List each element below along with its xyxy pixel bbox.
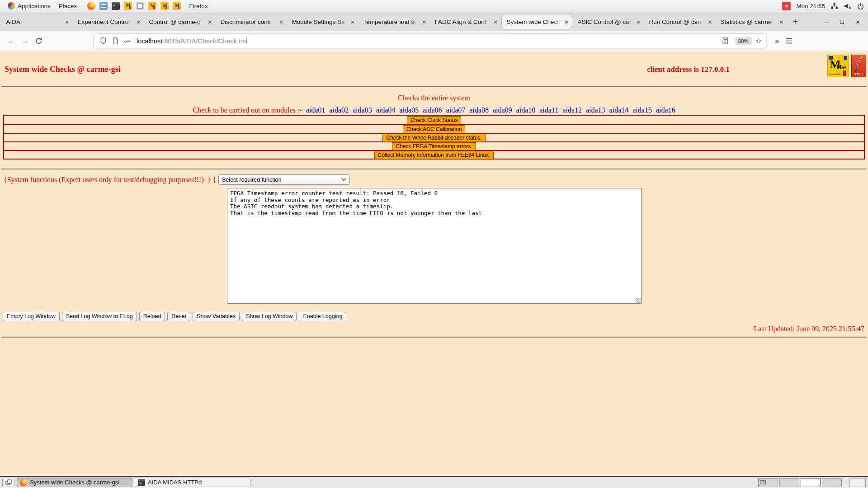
module-name: aida01 xyxy=(306,106,326,114)
module-name: aida02 xyxy=(329,106,349,114)
chevron-down-icon xyxy=(341,178,346,181)
show-desktop-button[interactable] xyxy=(2,478,14,487)
tab-label: System wide Check xyxy=(507,19,563,25)
check-fpga-timestamp-button[interactable]: Check FPGA Timestamp errors. xyxy=(392,142,476,150)
firefox-launcher-icon[interactable] xyxy=(87,2,95,10)
hamburger-menu-icon[interactable] xyxy=(785,37,793,45)
module-name: aida03 xyxy=(353,106,372,114)
notification-icon[interactable]: » xyxy=(782,2,791,10)
tab-close-icon[interactable]: × xyxy=(708,19,712,25)
collect-memory-info-button[interactable]: Collect Memory information from FEE64 Li… xyxy=(374,151,494,159)
maximize-button[interactable] xyxy=(840,20,844,24)
terminal-launcher-icon[interactable] xyxy=(112,2,120,10)
workspace-3-active[interactable] xyxy=(801,478,821,487)
midas-logo-text: idas xyxy=(836,64,846,71)
midas-app-icon[interactable]: M xyxy=(160,2,169,10)
tab-close-icon[interactable]: × xyxy=(208,19,212,25)
tab-close-icon[interactable]: × xyxy=(279,19,283,25)
page-logos: M idas powered by TCL! xyxy=(827,55,866,77)
address-bar[interactable]: localhost:8015/AIDA/Check/Check.tml 80% … xyxy=(93,33,767,48)
tab-asic-control[interactable]: ASIC Control @ car × xyxy=(573,14,644,29)
bookmark-star-icon[interactable]: ☆ xyxy=(755,37,762,45)
tab-statistics[interactable]: Statistics @ carme- × xyxy=(716,14,787,29)
tab-label: Control @ carme-g xyxy=(149,19,206,25)
network-icon[interactable] xyxy=(830,2,838,10)
module-name: aida09 xyxy=(493,106,512,114)
system-functions-label: {System functions (Expert users only for… xyxy=(4,176,216,184)
check-row: Check the White Rabbit decoder status. xyxy=(4,133,864,141)
tab-close-icon[interactable]: × xyxy=(65,19,69,25)
taskbar-item-firefox[interactable]: System wide Checks @ carme-gsi ... xyxy=(17,478,132,487)
places-menu[interactable]: Places xyxy=(55,0,81,12)
reload-page-button[interactable]: Reload xyxy=(139,312,165,321)
panel-corner-applet[interactable] xyxy=(849,478,866,487)
firefox-icon xyxy=(20,479,27,486)
module-name: aida08 xyxy=(469,106,489,114)
clock[interactable]: Mon 21:55 xyxy=(796,3,825,9)
show-variables-button[interactable]: Show Variables xyxy=(193,312,240,321)
back-button[interactable]: ← xyxy=(5,34,18,48)
tab-experiment-control[interactable]: Experiment Control × xyxy=(73,14,144,29)
textarea-resize-handle[interactable] xyxy=(636,298,641,303)
volume-muted-icon[interactable] xyxy=(844,2,851,10)
tab-label: Discriminator contr xyxy=(221,19,278,25)
tab-label: Module Settings Sa xyxy=(292,19,349,25)
tcl-logo-text: TCL! xyxy=(852,72,866,76)
module-name: aida10 xyxy=(516,106,536,114)
check-adc-calibration-button[interactable]: Check ADC Calibration xyxy=(403,125,466,133)
tab-close-icon[interactable]: × xyxy=(565,19,569,25)
reload-button[interactable] xyxy=(32,34,45,48)
tab-run-control[interactable]: Run Control @ carr × xyxy=(644,14,715,29)
module-name: aida04 xyxy=(376,106,396,114)
function-select[interactable]: Select required function xyxy=(218,174,350,185)
taskbar-item-terminal[interactable]: AIDA MIDAS HTTPd xyxy=(135,478,250,487)
tab-close-icon[interactable]: × xyxy=(422,19,426,25)
midas-app-icon[interactable]: M xyxy=(124,2,132,10)
page-info-icon[interactable] xyxy=(112,37,119,45)
enable-logging-button[interactable]: Enable Logging xyxy=(299,312,346,321)
check-white-rabbit-button[interactable]: Check the White Rabbit decoder status. xyxy=(382,134,485,142)
tab-temperature[interactable]: Temperature and st × xyxy=(359,14,429,29)
browser-toolbar: ← → localhost:8015/AIDA/Check/Check.tml xyxy=(0,31,868,51)
workspace-2[interactable] xyxy=(779,478,799,487)
empty-log-window-button[interactable]: Empty Log Window xyxy=(3,312,60,321)
zoom-level-badge[interactable]: 80% xyxy=(735,37,752,45)
close-button[interactable]: × xyxy=(856,19,860,25)
tab-close-icon[interactable]: × xyxy=(494,19,498,25)
module-name: aida05 xyxy=(399,106,419,114)
tab-discriminator[interactable]: Discriminator contr × xyxy=(216,14,287,29)
tab-close-icon[interactable]: × xyxy=(351,19,355,25)
check-clock-status-button[interactable]: Check Clock Status xyxy=(407,116,462,124)
power-icon[interactable] xyxy=(857,2,864,10)
tab-close-icon[interactable]: × xyxy=(637,19,641,25)
modules-prefix: Check to be carried out on modules :- xyxy=(193,106,302,114)
log-window[interactable]: FPGA Timestamp error counter test result… xyxy=(227,188,642,304)
url-text[interactable]: localhost:8015/AIDA/Check/Check.tml xyxy=(137,38,719,45)
send-log-to-elog-button[interactable]: Send Log Window to ELog xyxy=(62,312,137,321)
forward-button[interactable]: → xyxy=(18,34,32,48)
overflow-menu-icon[interactable]: » xyxy=(775,37,779,46)
tab-module-settings[interactable]: Module Settings Sa × xyxy=(287,14,358,29)
workspace-4[interactable] xyxy=(822,478,842,487)
screenshot-app-icon[interactable] xyxy=(136,2,144,10)
applications-menu[interactable]: Applications xyxy=(4,0,55,12)
tab-label: Run Control @ carr xyxy=(649,19,706,25)
tab-close-icon[interactable]: × xyxy=(137,19,141,25)
tab-control-carme[interactable]: Control @ carme-g × xyxy=(144,14,215,29)
tab-label: Statistics @ carme- xyxy=(721,19,778,25)
reader-view-icon[interactable] xyxy=(722,37,729,45)
tab-aida[interactable]: AIDA × xyxy=(1,14,72,29)
tab-close-icon[interactable]: × xyxy=(779,19,783,25)
file-manager-launcher-icon[interactable] xyxy=(99,2,108,10)
show-log-window-button[interactable]: Show Log Window xyxy=(242,312,297,321)
shield-icon[interactable] xyxy=(99,37,107,45)
client-address: client address is 127.0.0.1 xyxy=(647,65,730,74)
workspace-1[interactable] xyxy=(758,478,778,487)
midas-app-icon[interactable]: M xyxy=(148,2,156,10)
tab-fadc-align[interactable]: FADC Align & Cont × xyxy=(430,14,501,29)
reset-button[interactable]: Reset xyxy=(167,312,190,321)
midas-app-icon[interactable]: M xyxy=(173,2,181,10)
tab-system-wide-checks[interactable]: System wide Check × xyxy=(501,14,572,29)
new-tab-button[interactable]: + xyxy=(787,17,804,27)
minimize-button[interactable]: – xyxy=(825,19,828,25)
